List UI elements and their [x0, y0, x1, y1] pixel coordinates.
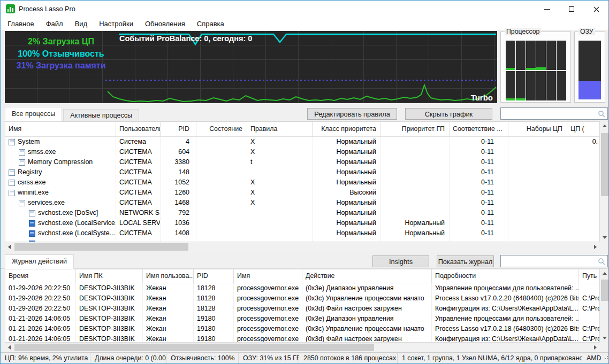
process-header-cpu[interactable]: ЦП ( [567, 122, 600, 136]
hscroll-thumb[interactable] [14, 344, 374, 351]
process-header-pid[interactable]: PID [161, 122, 196, 136]
log-row[interactable]: 01-21-2026 14:06:05DESKTOP-3II3BIKЖекан1… [5, 324, 599, 334]
menu-item-Настройки[interactable]: Настройки [93, 18, 139, 30]
process-header-affinity[interactable]: Соответствие ... [450, 122, 508, 136]
process-row[interactable]: Memory CompressionСИСТЕМА3380tНормальный… [5, 157, 599, 167]
log-cell-Путь [579, 283, 599, 293]
process-header-gpu_priority[interactable]: Приоритет ГП [381, 122, 450, 136]
log-header-Имя пользова...[interactable]: Имя пользова... [143, 269, 194, 283]
cpu-core-fill [526, 68, 536, 70]
process-header-cpu_sets[interactable]: Наборы ЦП [508, 122, 567, 136]
process-tabstrip: Все процессы Активные процессы Редактиро… [1, 105, 608, 121]
insights-button[interactable]: Insights [372, 255, 429, 267]
cell-cpu [567, 208, 599, 218]
cell-name: System [5, 137, 116, 147]
cell-priority_class: Нормальный [313, 198, 381, 208]
cell-cpu_sets [508, 188, 567, 198]
edit-rules-button[interactable]: Редактировать правила [307, 108, 397, 120]
process-header-rules[interactable]: Правила [247, 122, 313, 136]
process-row[interactable]: smss.exeСИСТЕМА604XНормальный0-11 [5, 147, 599, 157]
process-header-name[interactable]: Имя [5, 122, 116, 136]
scroll-right-arrow[interactable] [591, 343, 600, 352]
process-header-priority_class[interactable]: Класс приоритета [313, 122, 381, 136]
process-header-state[interactable]: Состояние [196, 122, 247, 136]
cell-name [5, 238, 116, 242]
log-cell-Имя: processgovernor.exe [234, 283, 302, 293]
log-row[interactable]: 01-29-2026 20:22:50DESKTOP-3II3BIKЖекан1… [5, 304, 599, 314]
cell-state [196, 238, 247, 242]
log-cell-Имя ПК: DESKTOP-3II3BIK [76, 334, 143, 343]
cell-user: NETWORK S... [116, 208, 161, 218]
process-row[interactable]: wininit.exeСИСТЕМА1260XВысокий0-11 [5, 188, 599, 198]
cell-rules [247, 167, 313, 177]
log-cell-Путь: C:\Pro... [579, 304, 599, 314]
log-cell-Имя пользова...: Жекан [143, 314, 194, 324]
log-search-input[interactable] [501, 255, 598, 267]
process-row[interactable]: svchost.exe (LocalService...LOCAL SERV..… [5, 218, 599, 228]
tab-all-processes[interactable]: Все процессы [5, 107, 62, 121]
log-header-Путь[interactable]: Путь [579, 269, 600, 283]
log-header-Имя[interactable]: Имя [234, 269, 302, 283]
maximize-button[interactable] [559, 1, 584, 18]
log-header-PID[interactable]: PID [194, 269, 234, 283]
scroll-left-arrow[interactable] [5, 343, 14, 352]
log-table-vscrollbar[interactable] [600, 269, 609, 343]
hide-graph-button[interactable]: Скрыть график [405, 108, 492, 120]
log-cell-Время: 01-29-2026 20:22:50 [5, 283, 76, 293]
minimize-button[interactable] [535, 1, 559, 18]
cell-cpu [567, 188, 599, 198]
process-table: ИмяПользовательPIDСостояниеПравилаКласс … [5, 121, 600, 242]
menu-item-Главное[interactable]: Главное [2, 18, 40, 30]
log-header-Время[interactable]: Время [5, 269, 76, 283]
close-button[interactable] [584, 1, 608, 18]
process-table-hscrollbar[interactable] [5, 242, 600, 252]
responsiveness-label: 100% Отзывчивость [7, 48, 115, 60]
log-row[interactable]: 01-29-2026 20:22:50DESKTOP-3II3BIKЖекан1… [5, 283, 599, 293]
scroll-down-arrow[interactable] [600, 233, 609, 242]
process-table-vscrollbar[interactable] [600, 121, 609, 242]
process-row[interactable]: csrss.exeСИСТЕМА1052XНормальный0-11 [5, 177, 599, 188]
scroll-up-arrow[interactable] [600, 121, 609, 130]
process-header-user[interactable]: Пользователь [116, 122, 161, 136]
log-row[interactable]: 01-21-2026 14:06:05DESKTOP-3II3BIKЖекан1… [5, 314, 599, 324]
scroll-down-arrow[interactable] [600, 334, 609, 343]
graph-labels: 2% Загрузка ЦП 100% Отзывчивость 31% Заг… [7, 36, 115, 72]
cell-gpu_priority [381, 147, 450, 157]
scroll-right-arrow[interactable] [591, 242, 600, 251]
resize-grip[interactable] [603, 353, 608, 363]
menu-item-Вид[interactable]: Вид [69, 18, 94, 30]
scroll-left-arrow[interactable] [5, 242, 14, 251]
log-row[interactable]: 01-21-2026 14:06:05DESKTOP-3II3BIKЖекан1… [5, 334, 599, 343]
cell-cpu_sets [508, 208, 567, 218]
menu-item-Обновления[interactable]: Обновления [139, 18, 191, 30]
log-header-Подробности[interactable]: Подробности [432, 269, 579, 283]
menu-item-Файл[interactable]: Файл [40, 18, 69, 30]
minimize-icon [544, 9, 550, 10]
process-row[interactable]: SystemСистема4XНормальный0-110. [5, 137, 599, 147]
process-row[interactable]: RegistryСИСТЕМА148Нормальный0-11 [5, 167, 599, 177]
cell-priority_class: Нормальный [313, 177, 381, 188]
vscroll-thumb[interactable] [601, 280, 608, 301]
log-row[interactable]: 01-29-2026 20:22:50DESKTOP-3II3BIKЖекан1… [5, 293, 599, 304]
process-row[interactable]: svchost.exe (LocalSyste...СИСТЕМА1408Нор… [5, 228, 599, 238]
tab-action-log[interactable]: Журнал действий [5, 254, 74, 269]
cell-rules [247, 208, 313, 218]
scroll-up-arrow[interactable] [600, 269, 609, 278]
cell-cpu_sets [508, 167, 567, 177]
tab-active-processes[interactable]: Активные процессы [63, 109, 139, 121]
menu-item-Справка[interactable]: Справка [191, 18, 230, 30]
log-cell-Подробности: Process Lasso v17.0.2.20 (6480400) (c)20… [432, 293, 579, 304]
log-header-Действие[interactable]: Действие [302, 269, 432, 283]
process-row[interactable]: services.exeСИСТЕМА1468XНормальный0-11 [5, 198, 599, 208]
log-cell-Имя: processgovernor.exe [234, 304, 302, 314]
log-table-hscrollbar[interactable] [5, 343, 600, 352]
process-row[interactable]: svchost.exe [DoSvc]NETWORK S...792Нормал… [5, 208, 599, 218]
process-row[interactable] [5, 238, 599, 242]
show-log-button[interactable]: Показать журнал [437, 255, 494, 267]
vscroll-thumb[interactable] [601, 133, 608, 196]
cell-gpu_priority [381, 188, 450, 198]
process-search-input[interactable] [501, 108, 598, 119]
performance-graph: 2% Загрузка ЦП 100% Отзывчивость 31% Заг… [5, 31, 497, 103]
log-header-Имя ПК[interactable]: Имя ПК [76, 269, 143, 283]
hscroll-thumb[interactable] [14, 243, 188, 251]
